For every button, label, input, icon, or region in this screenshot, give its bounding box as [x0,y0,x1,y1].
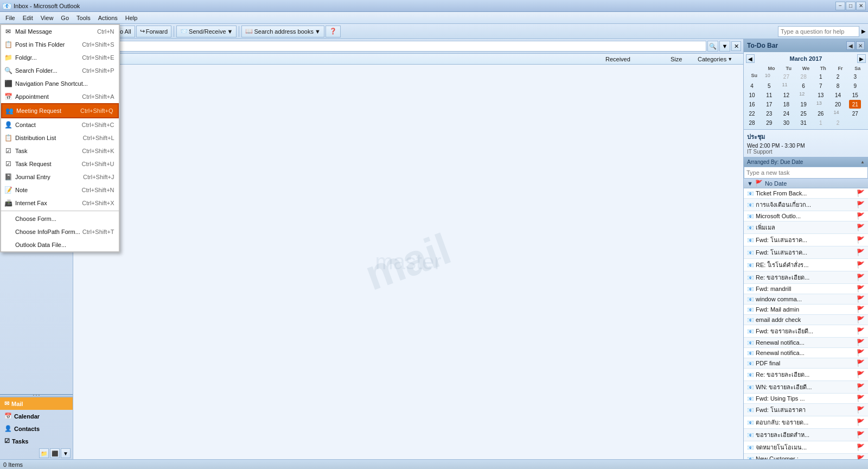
task-item[interactable]: 📧 email addr check 🚩 [744,315,868,325]
task-item[interactable]: 📧 Re: ขอรายละเอียด... 🚩 [744,369,868,381]
task-item[interactable]: 📧 Fwd: โนเสนอราค... 🚩 [744,234,868,246]
menu-item-meeting-request[interactable]: 👥 Meeting Request Ctrl+Shift+Q [1,103,119,118]
cal-day-15[interactable]: 15 [849,91,861,99]
task-item[interactable]: 📧 RE: ใ้เรโนด์คำสั่งร... 🚩 [744,259,868,271]
task-item[interactable]: 📧 เพิ่มเมล 🚩 [744,221,868,234]
address-books-arrow[interactable]: ▼ [315,28,321,35]
arranged-by-scroll-up[interactable]: ▲ [860,160,865,164]
help-input[interactable] [778,26,859,37]
search-input[interactable] [75,41,706,52]
menu-item-outlook-data[interactable]: Outlook Data File... [1,238,119,251]
col-received[interactable]: Received [605,56,671,62]
task-item[interactable]: 📧 Fwd: โนเสนอราค... 🚩 [744,246,868,259]
menu-edit[interactable]: Edit [20,14,36,22]
task-item[interactable]: 📧 Fwd: โนเสนอราคา 🚩 [744,404,868,416]
cal-day-16[interactable]: 16 [746,100,758,109]
minimize-button[interactable]: − [835,2,845,10]
cal-day-8[interactable]: 8 [832,81,844,90]
menu-item-contact[interactable]: 👤 Contact Ctrl+Shift+C [1,118,119,131]
task-item[interactable]: 📧 การแจ้งเตือนเกี่ยวก... 🚩 [744,199,868,211]
task-flag-icon[interactable]: 🚩 [857,419,865,426]
cal-day-27-feb[interactable]: 27 [780,72,792,81]
todo-close-button[interactable]: ✕ [856,41,865,50]
cal-day-21[interactable]: 21 [849,100,861,109]
forward-button[interactable]: ↪ Forward [136,26,171,37]
menu-item-journal[interactable]: 📓 Journal Entry Ctrl+Shift+J [1,170,119,183]
cal-day-5[interactable]: 5 [763,81,775,90]
cal-day-2[interactable]: 2 [832,72,844,81]
nav-tasks[interactable]: ☑ Tasks [0,435,73,447]
cal-day-2-apr[interactable]: 2 [832,118,844,127]
cal-next-button[interactable]: ▶ [857,54,866,63]
cal-day-11[interactable]: 11 [763,91,775,99]
maximize-button[interactable]: □ [846,2,856,10]
menu-item-choose-infopath[interactable]: Choose InfoPath Form... Ctrl+Shift+T [1,225,119,238]
address-books-button[interactable]: 📖 Search address books ▼ [241,26,324,37]
send-receive-arrow[interactable]: ▼ [227,28,233,35]
task-flag-icon[interactable]: 🚩 [857,224,865,231]
cal-day-24[interactable]: 24 [780,109,792,118]
menu-item-internet-fax[interactable]: 📠 Internet Fax Ctrl+Shift+X [1,197,119,210]
cal-day-31[interactable]: 31 [797,118,809,127]
categories-filter-icon[interactable]: ▼ [727,56,732,62]
close-button[interactable]: ✕ [856,2,866,10]
task-item[interactable]: 📧 PDF final 🚩 [744,358,868,369]
task-flag-icon[interactable]: 🚩 [857,371,865,378]
cal-day-7[interactable]: 7 [815,81,827,90]
cal-day-28-feb[interactable]: 28 [797,72,809,81]
cal-day-1[interactable]: 1 [815,72,827,81]
cal-day-3[interactable]: 3 [849,72,861,81]
task-item[interactable]: 📧 ขอรายละเอียดสำห... 🚩 [744,429,868,441]
task-item[interactable]: 📧 Fwd: Using Tips ... 🚩 [744,394,868,404]
cal-day-30[interactable]: 30 [780,118,792,127]
task-flag-icon[interactable]: 🚩 [857,327,865,335]
task-flag-icon[interactable]: 🚩 [857,443,865,451]
help-icon-button[interactable]: ❓ [326,26,341,37]
send-receive-button[interactable]: 📨 Send/Receive ▼ [176,26,237,37]
menu-go[interactable]: Go [58,14,72,22]
cal-day-4[interactable]: 4 [746,81,758,90]
menu-tools[interactable]: Tools [73,14,94,22]
nav-icon-folder[interactable]: 📁 [39,448,49,458]
task-flag-icon[interactable]: 🚩 [857,285,865,293]
cal-day-23[interactable]: 23 [763,109,775,118]
task-item[interactable]: 📧 Fwd: ขอรายละเอียดี... 🚩 [744,325,868,338]
menu-item-folder[interactable]: 📁 Foldgr... Ctrl+Shift+E [1,51,119,64]
help-go-icon[interactable]: ▶ [861,28,866,34]
no-date-expand-icon[interactable]: ▼ [747,180,753,187]
nav-icon-config[interactable]: ▼ [61,448,71,458]
task-flag-icon[interactable]: 🚩 [857,261,865,269]
cal-day-27[interactable]: 27 [849,109,861,118]
nav-contacts[interactable]: 👤 Contacts [0,422,73,435]
menu-file[interactable]: File [2,14,18,22]
task-flag-icon[interactable]: 🚩 [857,431,865,439]
menu-item-task-request[interactable]: ☑ Task Request Ctrl+Shift+U [1,157,119,170]
task-item[interactable]: 📧 New Customer : ... 🚩 [744,454,868,459]
task-flag-icon[interactable]: 🚩 [857,359,865,367]
categories-label[interactable]: Categories [698,56,726,62]
task-flag-icon[interactable]: 🚩 [857,274,865,281]
task-flag-icon[interactable]: 🚩 [857,236,865,244]
cal-day-12[interactable]: 12 [780,91,792,99]
nav-calendar[interactable]: 📅 Calendar [0,410,73,422]
task-flag-icon[interactable]: 🚩 [857,316,865,324]
task-flag-icon[interactable]: 🚩 [857,306,865,313]
task-flag-icon[interactable]: 🚩 [857,189,865,197]
cal-day-25[interactable]: 25 [797,109,809,118]
cal-day-1-apr[interactable]: 1 [815,118,827,127]
menu-item-choose-form[interactable]: Choose Form... [1,212,119,225]
cal-day-29[interactable]: 29 [763,118,775,127]
todo-collapse-button[interactable]: ◀ [846,41,855,50]
menu-view[interactable]: View [37,14,57,22]
cal-day-9[interactable]: 9 [849,81,861,90]
menu-item-search-folder[interactable]: 🔍 Search Folder... Ctrl+Shift+P [1,64,119,77]
task-flag-icon[interactable]: 🚩 [857,295,865,303]
task-item[interactable]: 📧 Renewal notifica... 🚩 [744,348,868,358]
cal-day-6[interactable]: 6 [797,81,809,90]
task-flag-icon[interactable]: 🚩 [857,201,865,208]
task-item[interactable]: 📧 Fwd: mandrill 🚩 [744,284,868,294]
cal-day-14[interactable]: 14 [832,91,844,99]
cal-day-20[interactable]: 20 [832,100,844,109]
menu-item-nav-pane[interactable]: ⬛ Navigation Pane Shortcut... [1,77,119,90]
task-flag-icon[interactable]: 🚩 [857,395,865,402]
